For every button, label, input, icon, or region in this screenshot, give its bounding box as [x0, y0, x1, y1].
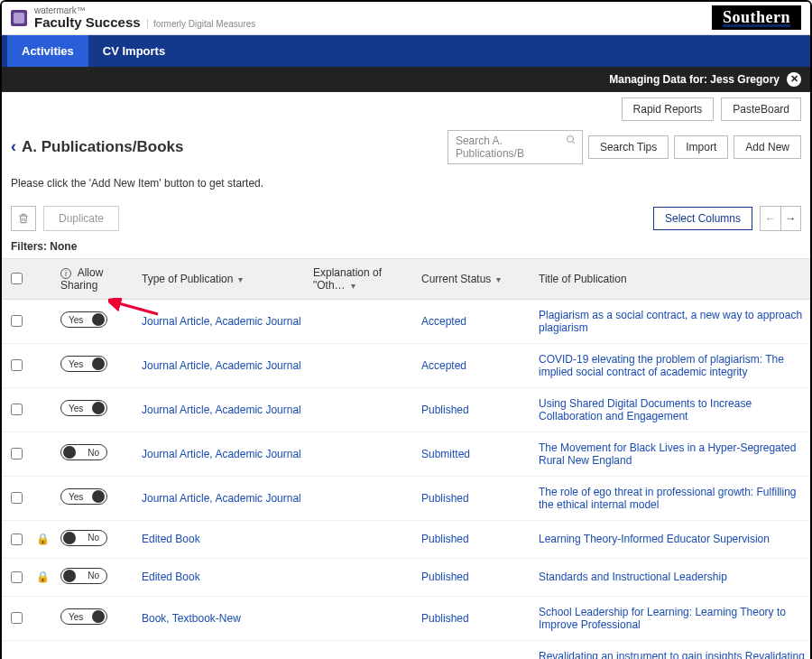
allow-sharing-toggle[interactable]: No — [60, 530, 107, 546]
managing-label: Managing Data for: — [609, 73, 707, 86]
filters-label: Filters: None — [2, 235, 810, 258]
next-page-button[interactable]: → — [780, 207, 800, 230]
publication-title-link[interactable]: Plagiarism as a social contract, a new w… — [539, 309, 802, 334]
allow-sharing-toggle[interactable]: Yes — [60, 608, 107, 625]
allow-sharing-toggle[interactable]: No — [60, 444, 107, 460]
col-title[interactable]: Title of Publication — [533, 258, 810, 299]
publication-type-link[interactable]: Journal Article, Academic Journal — [142, 315, 301, 328]
toggle-label: Yes — [69, 404, 83, 413]
southern-logo: Southern — [712, 5, 801, 30]
table-row: 🔒NoEdited BookPublishedStandards and Ins… — [2, 558, 810, 596]
table-row: YesConference ProceedingPublishedRevalid… — [2, 640, 810, 659]
brand-sub: formerly Digital Measures — [147, 19, 255, 29]
lock-icon: 🔒 — [36, 571, 50, 583]
nav-activities[interactable]: Activities — [7, 35, 88, 67]
col-type[interactable]: Type of Publication▾ — [136, 258, 308, 299]
select-all-checkbox[interactable] — [11, 273, 23, 284]
svg-point-0 — [567, 135, 573, 142]
toggle-label: Yes — [69, 492, 83, 502]
publications-table: i Allow Sharing Type of Publication▾ Exp… — [2, 258, 810, 660]
nav-cv-imports[interactable]: CV Imports — [88, 35, 180, 67]
pasteboard-button[interactable]: PasteBoard — [721, 97, 801, 121]
managing-name: Jess Gregory — [710, 73, 780, 86]
table-row: YesBook, Textbook-NewPublishedSchool Lea… — [2, 596, 810, 640]
publication-title-link[interactable]: The role of ego threat in professional g… — [539, 486, 797, 511]
publication-type-link[interactable]: Journal Article, Academic Journal — [142, 448, 301, 460]
toggle-label: No — [88, 571, 99, 580]
search-input[interactable]: Search A. Publications/B — [448, 130, 583, 164]
publication-type-link[interactable]: Journal Article, Academic Journal — [142, 492, 301, 505]
publication-type-link[interactable]: Book, Textbook-New — [142, 612, 241, 625]
context-bar: Managing Data for: Jess Gregory ✕ — [2, 67, 810, 92]
status-link[interactable]: Published — [421, 612, 469, 625]
status-link[interactable]: Published — [421, 404, 469, 416]
col-explanation[interactable]: Explanation of "Oth…▾ — [308, 258, 416, 299]
import-button[interactable]: Import — [674, 135, 728, 159]
status-link[interactable]: Accepted — [421, 359, 466, 372]
top-bar: watermark™ Faculty Success formerly Digi… — [2, 2, 810, 35]
row-checkbox[interactable] — [11, 359, 23, 371]
page-title: A. Publications/Books — [22, 138, 183, 156]
row-checkbox[interactable] — [11, 492, 23, 504]
toggle-label: Yes — [69, 612, 83, 622]
status-link[interactable]: Published — [421, 492, 469, 505]
row-checkbox[interactable] — [11, 612, 23, 624]
prev-page-button[interactable]: ← — [761, 207, 780, 230]
publication-title-link[interactable]: Learning Theory-Informed Educator Superv… — [539, 533, 770, 545]
watermark-logo-icon — [11, 10, 27, 26]
publication-title-link[interactable]: Using Shared Digital Documents to Increa… — [539, 397, 752, 422]
lock-icon: 🔒 — [36, 533, 50, 545]
brand: watermark™ Faculty Success formerly Digi… — [11, 5, 255, 31]
back-chevron-icon[interactable]: ‹ — [11, 137, 16, 156]
table-row: 🔒NoEdited BookPublishedLearning Theory-I… — [2, 520, 810, 558]
col-status[interactable]: Current Status▾ — [416, 258, 533, 299]
allow-sharing-toggle[interactable]: Yes — [60, 400, 107, 416]
status-link[interactable]: Accepted — [421, 315, 466, 328]
pager: ← → — [760, 206, 801, 231]
search-placeholder: Search A. Publications/B — [456, 135, 524, 160]
toggle-label: Yes — [69, 315, 83, 325]
publication-title-link[interactable]: Revalidating an instrument to gain insig… — [539, 650, 805, 660]
brand-main: Faculty Success — [34, 14, 141, 30]
chevron-down-icon: ▾ — [238, 274, 243, 284]
row-checkbox[interactable] — [11, 571, 23, 583]
row-checkbox[interactable] — [11, 534, 23, 545]
publication-title-link[interactable]: The Movement for Black Lives in a Hyper-… — [539, 441, 796, 467]
col-allow-sharing[interactable]: i Allow Sharing — [55, 258, 136, 299]
duplicate-button[interactable]: Duplicate — [43, 206, 119, 231]
status-link[interactable]: Published — [421, 571, 469, 583]
allow-sharing-toggle[interactable]: Yes — [60, 488, 107, 505]
publication-type-link[interactable]: Journal Article, Academic Journal — [142, 404, 301, 416]
row-checkbox[interactable] — [11, 448, 23, 459]
svg-line-1 — [572, 141, 575, 144]
publication-type-link[interactable]: Edited Book — [142, 533, 200, 545]
close-context-button[interactable]: ✕ — [787, 72, 801, 87]
allow-sharing-toggle[interactable]: No — [60, 568, 107, 584]
toggle-label: No — [88, 448, 99, 458]
toggle-label: Yes — [69, 359, 83, 369]
rapid-reports-button[interactable]: Rapid Reports — [622, 97, 715, 121]
publication-type-link[interactable]: Journal Article, Academic Journal — [142, 359, 301, 372]
delete-button[interactable] — [11, 206, 36, 231]
table-row: YesJournal Article, Academic JournalPubl… — [2, 387, 810, 432]
info-icon[interactable]: i — [60, 268, 71, 279]
table-row: NoJournal Article, Academic JournalSubmi… — [2, 432, 810, 476]
publication-type-link[interactable]: Edited Book — [142, 571, 200, 583]
row-checkbox[interactable] — [11, 315, 23, 327]
allow-sharing-toggle[interactable]: Yes — [60, 311, 107, 328]
publication-title-link[interactable]: School Leadership for Learning: Learning… — [539, 606, 786, 631]
row-checkbox[interactable] — [11, 404, 23, 415]
primary-nav: Activities CV Imports — [2, 35, 810, 67]
table-row: YesJournal Article, Academic JournalAcce… — [2, 299, 810, 343]
trash-icon — [17, 212, 30, 225]
allow-sharing-toggle[interactable]: Yes — [60, 356, 107, 372]
publication-title-link[interactable]: Standards and Instructional Leadership — [539, 571, 727, 583]
search-tips-button[interactable]: Search Tips — [588, 135, 669, 159]
publication-title-link[interactable]: COVID-19 elevating the problem of plagia… — [539, 353, 784, 378]
status-link[interactable]: Submitted — [421, 448, 470, 460]
add-new-button[interactable]: Add New — [734, 135, 801, 159]
toggle-label: No — [88, 533, 99, 543]
status-link[interactable]: Published — [421, 533, 469, 545]
select-columns-button[interactable]: Select Columns — [653, 207, 752, 230]
search-icon — [566, 135, 577, 145]
